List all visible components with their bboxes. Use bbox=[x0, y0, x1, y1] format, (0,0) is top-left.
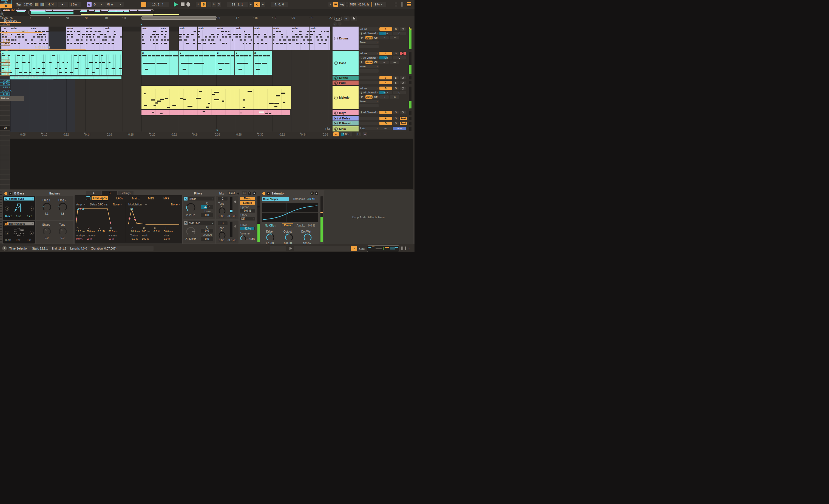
matrix-cell[interactable] bbox=[0, 106, 10, 111]
matrix-cell[interactable] bbox=[0, 120, 10, 125]
track-header-drums[interactable]: ▼DrumsAll Ins▼⋮ All Channels▼InAutoOffMa… bbox=[331, 27, 414, 50]
osc-b-octave[interactable]: 0 oct bbox=[5, 239, 11, 242]
saturator-curve-menu[interactable]: Bass Shaper▼ bbox=[262, 197, 289, 201]
track-name[interactable]: ▶Pads bbox=[332, 81, 359, 85]
osc-b-semitone[interactable]: 0 st bbox=[16, 239, 20, 242]
track-name[interactable]: ▼Drums bbox=[332, 27, 359, 50]
input-channel-menu[interactable]: ⋮ All Channels▼ bbox=[359, 111, 379, 114]
send-b-field[interactable]: -∞ bbox=[390, 95, 399, 99]
matrix-cell[interactable] bbox=[0, 155, 10, 160]
monitor-in[interactable]: In bbox=[359, 61, 365, 64]
routing-extra-field[interactable] bbox=[359, 104, 379, 107]
osc-b-id[interactable]: B bbox=[4, 222, 8, 225]
filter-b-id[interactable]: B bbox=[184, 221, 187, 225]
saturator-title[interactable]: Saturator bbox=[272, 192, 285, 195]
computer-midi-keyboard-button[interactable]: ⌨ bbox=[333, 2, 338, 7]
matrix-cell[interactable] bbox=[0, 116, 10, 120]
amt-lo-value[interactable]: 0.0 % bbox=[308, 224, 315, 227]
matrix-tab-b[interactable]: B bbox=[0, 4, 12, 8]
quantize-menu[interactable]: 1 Bar▼ bbox=[69, 2, 81, 7]
matrix-cell[interactable] bbox=[0, 185, 10, 190]
osc-a-id[interactable]: A bbox=[4, 197, 8, 200]
scale-aware-button[interactable]: ♭♯ bbox=[242, 191, 247, 195]
saturator-transfer-graph[interactable] bbox=[262, 203, 318, 223]
pan-field[interactable]: C bbox=[393, 91, 406, 94]
session-record-button[interactable]: O bbox=[217, 2, 221, 7]
tab-b[interactable]: B bbox=[102, 191, 117, 195]
next-locator-button[interactable]: → bbox=[338, 22, 341, 26]
volume-field[interactable]: -5.0 bbox=[380, 56, 392, 60]
arm-number-button[interactable]: A bbox=[380, 117, 392, 120]
matrix-cell[interactable] bbox=[0, 130, 10, 135]
routing-field[interactable] bbox=[359, 117, 379, 120]
osc-a-semitone[interactable]: 0 st bbox=[16, 215, 21, 218]
clip-drums[interactable]: Main bbox=[291, 27, 310, 50]
zoom-width-button[interactable]: W bbox=[363, 132, 367, 137]
scale-root-menu[interactable]: G▼ bbox=[92, 2, 104, 7]
track-header-adelay[interactable]: ▶A DelayASPost bbox=[331, 116, 414, 120]
volume-field[interactable]: -11.4 bbox=[380, 91, 392, 94]
clip-drums[interactable]: Main bbox=[235, 27, 253, 50]
threshold-value[interactable]: -50 dB bbox=[307, 197, 316, 200]
solo-button[interactable]: S bbox=[393, 27, 399, 31]
monitor-auto[interactable]: Auto bbox=[365, 95, 372, 99]
sat-drive-knob[interactable] bbox=[266, 233, 275, 243]
track-header-melody[interactable]: ▼MelodyAll Ins▼⋮ All Channels▼InAutoOffM… bbox=[331, 86, 414, 109]
freq2-value[interactable]: 4.8 bbox=[61, 212, 64, 215]
clip-keys[interactable] bbox=[141, 110, 290, 115]
freq1-knob[interactable] bbox=[42, 202, 51, 213]
mod-s-value[interactable]: 0.0 % bbox=[153, 230, 160, 233]
env-link-icon[interactable] bbox=[86, 196, 91, 200]
subtab-midi[interactable]: MIDI bbox=[148, 197, 154, 200]
record-button[interactable] bbox=[400, 86, 406, 90]
clip-drums[interactable]: Main bbox=[273, 27, 291, 50]
record-button[interactable] bbox=[400, 81, 406, 84]
subtab-lfos[interactable]: LFOs bbox=[116, 197, 123, 200]
filter-a-freq-knob[interactable] bbox=[186, 203, 196, 214]
record-button[interactable] bbox=[400, 111, 406, 114]
arm-number-button[interactable]: B bbox=[380, 122, 392, 125]
draw-mode-button[interactable]: ✎ bbox=[328, 2, 333, 7]
track-header-drone[interactable]: ▶Drone3S bbox=[331, 76, 414, 80]
mod-a-value[interactable]: 28.9 ms bbox=[131, 230, 140, 233]
mod-final-value[interactable]: 0.0 % bbox=[164, 237, 170, 240]
fold-open-icon[interactable]: ▼ bbox=[334, 96, 338, 100]
routing-field[interactable] bbox=[359, 81, 379, 84]
optimize-view-button[interactable]: ılı bbox=[333, 132, 339, 137]
main-volume-left[interactable]: -∞ bbox=[380, 127, 392, 130]
matrix-cell[interactable] bbox=[0, 165, 10, 170]
arm-number-button[interactable]: 5 bbox=[380, 86, 392, 90]
metronome-button[interactable]: ○●▼ bbox=[58, 2, 68, 7]
automation-arm-button[interactable]: 𝟪 bbox=[201, 2, 206, 7]
routing-extra-field[interactable] bbox=[359, 69, 379, 73]
matrix-cell[interactable] bbox=[0, 170, 10, 175]
color-button[interactable]: Color bbox=[282, 223, 293, 227]
clip-drums[interactable]: Main bbox=[216, 27, 235, 50]
tempo-field[interactable]: 137.00 bbox=[23, 2, 34, 7]
send-a-field[interactable]: -∞ bbox=[380, 36, 389, 39]
overdub-button[interactable]: + bbox=[196, 2, 201, 7]
filter-a-id[interactable]: A bbox=[184, 197, 187, 200]
punch-out-button[interactable]: ⌐ bbox=[261, 2, 265, 7]
mix-b-pan-field[interactable]: C bbox=[218, 221, 227, 225]
track-header-pads[interactable]: ▶Pads4S bbox=[331, 81, 414, 85]
saturator-save-button[interactable]: ▣ bbox=[315, 191, 318, 195]
scale-highlight-button[interactable]: ♭♯ bbox=[87, 2, 92, 7]
stack-menu[interactable]: Off▼ bbox=[240, 217, 255, 221]
send-a-field[interactable]: -∞ bbox=[380, 95, 389, 99]
mod-r-value[interactable]: 50.0 ms bbox=[164, 230, 173, 233]
matrix-close-button[interactable]: ✕ bbox=[0, 12, 4, 16]
amp-a-value[interactable]: 19.0 ms bbox=[76, 230, 85, 233]
preview-play-icon[interactable] bbox=[289, 247, 292, 250]
info-icon[interactable]: i bbox=[2, 246, 7, 250]
capture-region-button[interactable]: ⦗⦘ bbox=[212, 2, 216, 7]
cpu-meter[interactable]: 9 %▼ bbox=[371, 2, 386, 7]
copy-to-a-button[interactable]: Copy to A bbox=[0, 8, 19, 12]
mod-d-value[interactable]: 600 ms bbox=[142, 230, 150, 233]
crossfade-menu[interactable]: ‖ 1/2▼ bbox=[359, 127, 379, 130]
amp-d-value[interactable]: 600 ms bbox=[86, 230, 95, 233]
input-channel-menu[interactable]: ⋮ All Channels▼ bbox=[359, 91, 379, 94]
mix-b-tone-value[interactable]: 0.00 bbox=[219, 239, 224, 242]
arm-number-button[interactable]: 6 bbox=[380, 111, 392, 114]
clip-drums[interactable]: Main bbox=[104, 27, 122, 50]
